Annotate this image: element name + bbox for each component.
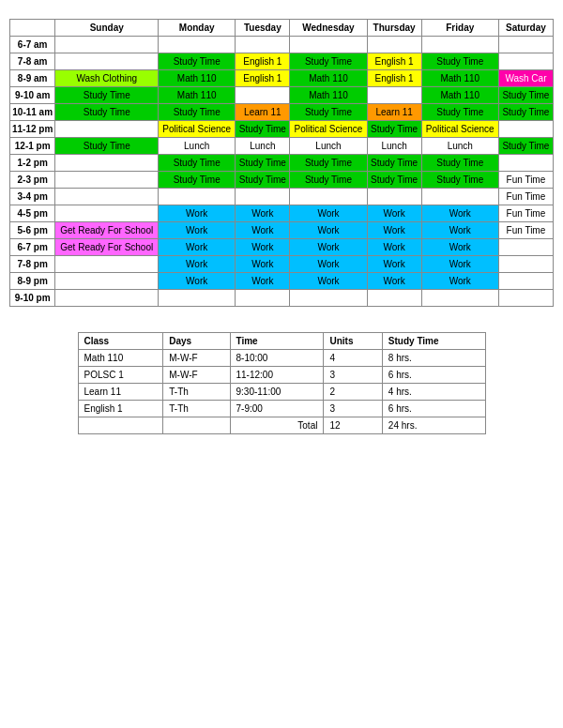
schedule-cell: Work [421, 205, 498, 222]
schedule-cell: Study Time [290, 104, 367, 121]
schedule-cell [236, 87, 290, 104]
schedule-cell: Work [236, 222, 290, 239]
table-row: 11-12 pmPolitical ScienceStudy TimePolit… [10, 121, 554, 138]
legend-total-row: Total1224 hrs. [78, 417, 485, 434]
time-cell: 6-7 am [10, 37, 55, 53]
schedule-cell [159, 189, 236, 205]
schedule-cell: Study Time [498, 87, 553, 104]
schedule-cell: Study Time [421, 104, 498, 121]
legend-cell: 6 hrs. [382, 401, 485, 417]
time-cell: 7-8 pm [10, 256, 55, 273]
time-cell: 1-2 pm [10, 155, 55, 172]
schedule-cell: Study Time [159, 155, 236, 172]
legend-cell: 3 [324, 401, 382, 417]
legend-row: English 1T-Th7-9:0036 hrs. [78, 401, 485, 417]
schedule-cell: Study Time [236, 121, 290, 138]
schedule-cell: Fun Time [498, 189, 553, 205]
schedule-cell [159, 290, 236, 307]
time-cell: 12-1 pm [10, 138, 55, 155]
schedule-cell: Study Time [367, 121, 421, 138]
legend-cell: Math 110 [78, 350, 163, 367]
schedule-cell: Study Time [159, 53, 236, 70]
schedule-cell: English 1 [367, 70, 421, 87]
schedule-cell: English 1 [236, 70, 290, 87]
schedule-cell: Study Time [55, 87, 159, 104]
time-header [10, 20, 55, 37]
schedule-cell: Math 110 [421, 70, 498, 87]
schedule-cell: Study Time [159, 104, 236, 121]
day-header-saturday: Saturday [498, 20, 553, 37]
table-row: 2-3 pmStudy TimeStudy TimeStudy TimeStud… [10, 172, 554, 189]
legend-cell: T-Th [163, 401, 230, 417]
legend-cell: POLSC 1 [78, 367, 163, 384]
table-row: 3-4 pmFun Time [10, 189, 554, 205]
schedule-cell [55, 256, 159, 273]
schedule-cell: Work [159, 222, 236, 239]
legend-col-header: Days [163, 333, 230, 350]
table-row: 10-11 amStudy TimeStudy TimeLearn 11Stud… [10, 104, 554, 121]
time-cell: 10-11 am [10, 104, 55, 121]
schedule-cell: Get Ready For School [55, 222, 159, 239]
day-header-sunday: Sunday [55, 20, 159, 37]
schedule-cell: Work [159, 239, 236, 256]
schedule-cell: Math 110 [421, 87, 498, 104]
schedule-cell: Lunch [290, 138, 367, 155]
schedule-cell: Wash Car [498, 70, 553, 87]
time-cell: 11-12 pm [10, 121, 55, 138]
schedule-cell [498, 273, 553, 290]
legend-cell: 8-10:00 [230, 350, 324, 367]
schedule-cell: Fun Time [498, 172, 553, 189]
legend-cell: M-W-F [163, 367, 230, 384]
legend-cell: English 1 [78, 401, 163, 417]
schedule-cell: Work [159, 205, 236, 222]
total-empty [163, 417, 230, 434]
schedule-cell [498, 290, 553, 307]
schedule-cell: Lunch [367, 138, 421, 155]
legend-cell: 2 [324, 384, 382, 401]
schedule-cell: Work [367, 239, 421, 256]
legend-cell: Learn 11 [78, 384, 163, 401]
schedule-table: SundayMondayTuesdayWednesdayThursdayFrid… [9, 19, 554, 307]
schedule-cell: Work [236, 273, 290, 290]
schedule-cell: Study Time [421, 53, 498, 70]
schedule-cell: Work [290, 256, 367, 273]
time-cell: 6-7 pm [10, 239, 55, 256]
schedule-cell: Math 110 [159, 70, 236, 87]
schedule-cell: Study Time [55, 104, 159, 121]
schedule-cell [55, 273, 159, 290]
schedule-cell: Study Time [290, 53, 367, 70]
legend-row: Math 110M-W-F8-10:0048 hrs. [78, 350, 485, 367]
schedule-cell: Math 110 [159, 87, 236, 104]
schedule-cell [55, 172, 159, 189]
table-row: 9-10 pm [10, 290, 554, 307]
schedule-cell [236, 290, 290, 307]
schedule-cell: Political Science [290, 121, 367, 138]
schedule-cell: Work [367, 205, 421, 222]
legend-cell: 6 hrs. [382, 367, 485, 384]
schedule-cell [367, 189, 421, 205]
time-cell: 5-6 pm [10, 222, 55, 239]
schedule-cell: Fun Time [498, 222, 553, 239]
legend-cell: 3 [324, 367, 382, 384]
schedule-cell: Work [236, 239, 290, 256]
schedule-cell: Work [421, 273, 498, 290]
schedule-cell [55, 37, 159, 53]
schedule-cell [367, 87, 421, 104]
legend-row: POLSC 1M-W-F11-12:0036 hrs. [78, 367, 485, 384]
time-cell: 9-10 pm [10, 290, 55, 307]
schedule-cell [290, 290, 367, 307]
schedule-cell: Work [367, 222, 421, 239]
legend-cell: 7-9:00 [230, 401, 324, 417]
schedule-cell [498, 155, 553, 172]
schedule-cell [367, 37, 421, 53]
schedule-cell [55, 155, 159, 172]
day-header-friday: Friday [421, 20, 498, 37]
schedule-cell: Study Time [498, 104, 553, 121]
schedule-cell: Study Time [290, 172, 367, 189]
schedule-cell: English 1 [236, 53, 290, 70]
time-cell: 3-4 pm [10, 189, 55, 205]
schedule-cell: Work [159, 273, 236, 290]
schedule-cell [55, 290, 159, 307]
schedule-cell: Lunch [421, 138, 498, 155]
table-row: 5-6 pmGet Ready For SchoolWorkWorkWorkWo… [10, 222, 554, 239]
